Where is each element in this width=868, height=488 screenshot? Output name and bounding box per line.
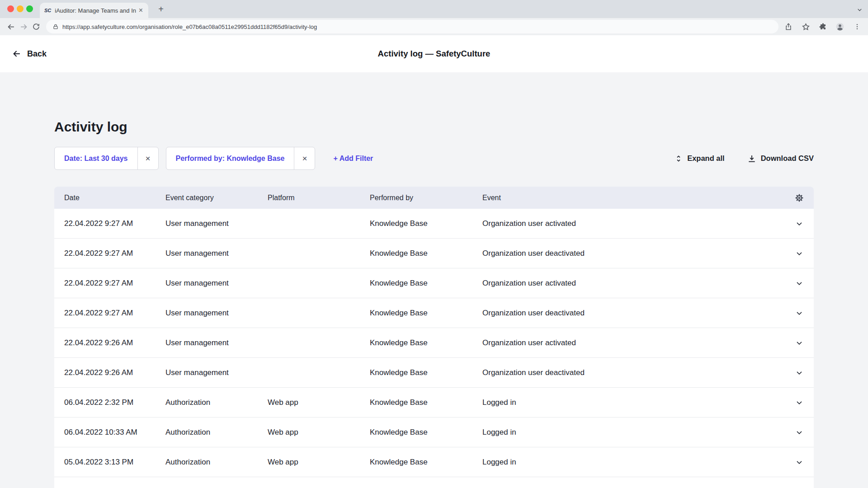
cell-platform: Web app [268,398,370,407]
row-expand-button[interactable] [785,219,814,228]
cell-date: 22.04.2022 9:26 AM [54,368,165,377]
cell-performed-by: Knowledge Base [370,249,482,258]
download-icon [747,154,756,163]
bookmark-star-icon[interactable] [799,20,812,33]
cell-event: Organization user deactivated [482,368,785,377]
row-expand-button[interactable] [785,368,814,377]
cell-event: Logged in [482,458,785,467]
cell-performed-by: Knowledge Base [370,428,482,437]
back-button[interactable]: Back [12,49,47,59]
cell-event-category: Authorization [165,428,268,437]
cell-platform: Web app [268,458,370,467]
cell-platform: Web app [268,428,370,437]
activity-log-table: Date Event category Platform Performed b… [54,187,814,488]
column-header-platform: Platform [268,194,370,202]
row-expand-button[interactable] [785,458,814,467]
table-row[interactable]: 06.04.2022 10:33 AM Authorization Web ap… [54,418,814,447]
filter-chip-performed-by[interactable]: Performed by: Knowledge Base × [166,147,316,170]
safetyculture-favicon-icon: SC [44,8,51,13]
browser-back-icon[interactable] [5,20,17,33]
chevron-down-icon [795,458,804,467]
filter-chip-label[interactable]: Date: Last 30 days [55,147,137,169]
browser-toolbar: https://app.safetyculture.com/organisati… [0,18,868,35]
download-csv-label: Download CSV [761,154,814,163]
new-tab-button[interactable]: + [156,4,166,14]
minimize-window-button[interactable] [17,5,24,12]
cell-date: 22.04.2022 9:27 AM [54,219,165,228]
cell-event-category: User management [165,309,268,318]
cell-event-category: Authorization [165,458,268,467]
table-row[interactable]: 06.04.2022 2:32 PM Authorization Web app… [54,388,814,418]
cell-date: 06.04.2022 2:32 PM [54,398,165,407]
window-page-title: Activity log — SafetyCulture [378,49,491,59]
cell-event: Organization user deactivated [482,249,785,258]
table-header-row: Date Event category Platform Performed b… [54,187,814,209]
browser-reload-icon[interactable] [30,20,42,33]
chevron-down-icon [795,279,804,288]
table-row[interactable]: 05.04.2022 3:13 PM Authorization Web app… [54,447,814,477]
column-header-date: Date [54,194,165,202]
column-header-performed-by: Performed by [370,194,482,202]
cell-performed-by: Knowledge Base [370,398,482,407]
row-expand-button[interactable] [785,398,814,407]
cell-event: Organization user deactivated [482,309,785,318]
browser-menu-kebab-icon[interactable] [851,20,863,33]
column-header-event: Event [482,194,785,202]
filter-chip-close-icon[interactable]: × [137,147,158,169]
app-header: Back Activity log — SafetyCulture [0,35,868,72]
table-row[interactable]: 22.04.2022 9:27 AM User management Knowl… [54,268,814,298]
gear-icon [795,193,804,202]
cell-date: 22.04.2022 9:27 AM [54,279,165,288]
unfold-icon [675,155,683,163]
cell-event: Organization user activated [482,279,785,288]
add-filter-button[interactable]: + Add Filter [333,155,373,163]
browser-forward-icon[interactable] [17,20,30,33]
chevron-down-icon [795,338,804,347]
row-expand-button[interactable] [785,428,814,437]
profile-avatar[interactable] [834,20,846,33]
cell-event-category: User management [165,279,268,288]
tab-search-chevron-icon[interactable] [857,6,863,14]
table-row[interactable]: 22.04.2022 9:27 AM User management Knowl… [54,298,814,328]
expand-all-label: Expand all [687,154,725,163]
filter-chip-close-icon[interactable]: × [294,147,315,169]
tab-close-icon[interactable]: × [138,7,144,14]
share-icon[interactable] [782,20,795,33]
chevron-down-icon [795,368,804,377]
cell-performed-by: Knowledge Base [370,279,482,288]
chevron-down-icon [795,219,804,228]
download-csv-button[interactable]: Download CSV [747,154,814,163]
page-title: Activity log [54,72,814,136]
back-label: Back [27,49,47,59]
cell-event-category: User management [165,338,268,347]
row-expand-button[interactable] [785,249,814,258]
cell-event: Organization user activated [482,219,785,228]
cell-performed-by: Knowledge Base [370,219,482,228]
back-arrow-icon [12,49,22,59]
column-settings-button[interactable] [785,193,814,202]
expand-all-button[interactable]: Expand all [675,154,725,163]
row-expand-button[interactable] [785,279,814,288]
column-header-event-category: Event category [165,194,268,202]
browser-tab[interactable]: SC iAuditor: Manage Teams and In × [40,3,148,18]
row-expand-button[interactable] [785,338,814,347]
filter-chip-date[interactable]: Date: Last 30 days × [54,147,159,170]
browser-tab-strip: SC iAuditor: Manage Teams and In × + [0,0,868,18]
chevron-down-icon [795,309,804,318]
cell-performed-by: Knowledge Base [370,309,482,318]
table-row[interactable]: 22.04.2022 9:26 AM User management Knowl… [54,358,814,388]
filter-chip-label[interactable]: Performed by: Knowledge Base [166,147,294,169]
address-bar[interactable]: https://app.safetyculture.com/organisati… [46,20,778,33]
row-expand-button[interactable] [785,309,814,318]
chevron-down-icon [795,398,804,407]
extensions-puzzle-icon[interactable] [816,20,829,33]
cell-date: 06.04.2022 10:33 AM [54,428,165,437]
cell-performed-by: Knowledge Base [370,338,482,347]
table-row[interactable]: 22.04.2022 9:27 AM User management Knowl… [54,209,814,239]
table-row[interactable]: 22.04.2022 9:26 AM User management Knowl… [54,328,814,358]
toolbar-right-icons [782,20,863,33]
table-row[interactable]: 22.04.2022 9:27 AM User management Knowl… [54,239,814,268]
fullscreen-window-button[interactable] [26,5,33,12]
cell-event-category: User management [165,368,268,377]
close-window-button[interactable] [7,5,14,12]
